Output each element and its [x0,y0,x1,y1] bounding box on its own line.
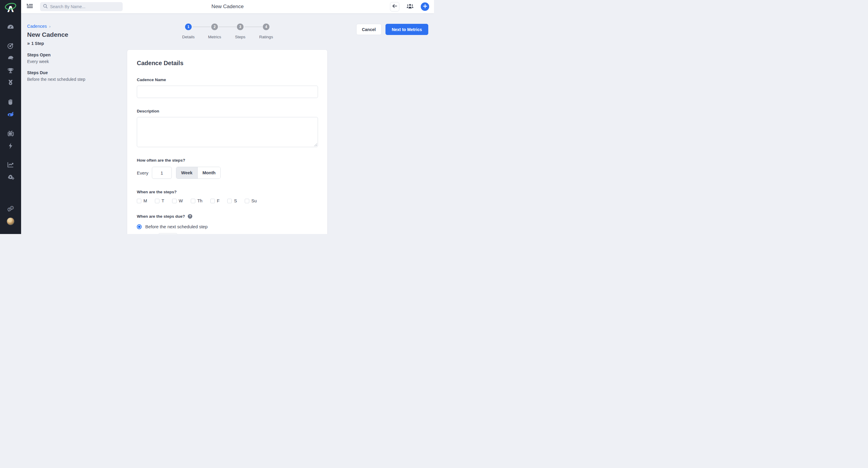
description-textarea[interactable] [137,117,318,147]
sidebar-item-team[interactable] [0,54,21,63]
thursday-label: Th [197,198,203,203]
steps-open-value: Every week [27,59,118,64]
search-field [40,2,123,11]
search-input[interactable] [50,4,120,9]
wednesday-label: W [179,198,183,203]
checkbox-saturday[interactable] [227,199,232,203]
steps-count: 1 Step [31,41,44,46]
week-toggle-button[interactable]: Week [176,167,197,178]
description-label: Description [137,109,318,113]
sunday-label: Su [251,198,257,203]
checkbox-friday[interactable] [210,199,215,203]
gears-icon [7,174,14,181]
sidebar-item-film[interactable] [0,129,21,138]
sidebar-item-engagement[interactable] [0,97,21,107]
breadcrumb: Cadences › [27,24,118,29]
radio-before-next-step-label: Before the next scheduled step [145,224,208,229]
user-avatar [7,217,14,225]
sidebar-item-cadences[interactable] [0,110,21,119]
medal-icon [7,79,14,86]
overview-title: New Cadence [27,31,118,38]
add-button[interactable] [421,2,429,11]
plus-icon [423,4,427,9]
back-arrow-icon [392,4,397,9]
people-button[interactable] [407,4,413,10]
sidebar-item-trophies[interactable] [0,66,21,75]
cadence-overview: Cadences › New Cadence » 1 Step Steps Op… [27,24,118,82]
tv-icon [7,130,14,137]
app-logo[interactable]: Λ [0,2,21,14]
step-4-label: Ratings [259,35,273,39]
weekday-checkbox-group: M T W Th F S Su [137,198,318,203]
checkbox-monday[interactable] [137,199,141,203]
step-2-label: Metrics [208,35,221,39]
sidebar-item-stats[interactable] [0,160,21,169]
trend-chart-icon [7,162,14,168]
steps-due-label: Steps Due [27,70,118,75]
top-header: New Cadence [21,0,434,13]
people-icon [407,4,413,10]
sidebar-item-help[interactable]: i? [0,204,21,213]
trophy-icon [7,67,14,74]
step-1-details[interactable]: 1 [185,24,192,30]
cadence-details-card: Cadence Details Cadence Name Description… [127,50,328,234]
cadence-name-input[interactable] [137,86,318,98]
checkbox-thursday[interactable] [191,199,195,203]
whistle-icon [7,111,14,117]
sidebar-item-dashboard[interactable] [0,22,21,31]
menu-expand-icon [27,4,33,10]
saturday-label: S [234,198,237,203]
form-title: Cadence Details [137,60,318,67]
sidebar-item-settings[interactable] [0,173,21,182]
raised-hand-icon [7,98,13,105]
lightning-icon [8,143,13,149]
sidebar-item-activity[interactable] [0,141,21,150]
friday-label: F [217,198,220,203]
help-bubbles-icon: i? [7,206,14,212]
steps-open-label: Steps Open [27,53,118,57]
sidebar: Λ [0,0,21,234]
step-3-steps[interactable]: 3 [237,24,244,30]
wizard-stepper: 1 2 3 4 Details Metrics Steps Ratings [185,24,270,42]
interval-unit-toggle: Week Month [176,167,221,179]
checkbox-wednesday[interactable] [172,199,177,203]
app-logo-icon: Λ [4,3,17,13]
target-icon [7,42,14,49]
cadence-name-label: Cadence Name [137,78,318,82]
breadcrumb-cadences-link[interactable]: Cadences [27,24,47,29]
checkbox-sunday[interactable] [245,199,249,203]
cancel-button[interactable]: Cancel [356,24,381,35]
every-label: Every [137,170,152,175]
days-label: When are the steps? [137,190,318,194]
breadcrumb-separator: › [49,24,50,29]
due-days-input[interactable] [158,233,178,234]
interval-input[interactable] [152,167,172,179]
dashboard-gauge-icon [7,24,14,30]
tuesday-label: T [161,198,164,203]
frequency-label: How often are the steps? [137,158,318,163]
svg-text:i: i [11,206,12,209]
svg-text:?: ? [8,208,10,211]
step-2-metrics[interactable]: 2 [211,24,218,30]
monday-label: M [144,198,147,203]
checkbox-tuesday[interactable] [155,199,159,203]
month-toggle-button[interactable]: Month [197,167,220,178]
next-to-metrics-button[interactable]: Next to Metrics [385,24,428,35]
step-3-label: Steps [235,35,246,39]
step-1-label: Details [182,35,194,39]
sidebar-item-profile[interactable] [0,217,21,226]
menu-toggle-button[interactable] [27,4,33,10]
radio-before-next-step[interactable] [137,224,142,229]
steps-due-value: Before the next scheduled step [27,77,118,82]
help-icon[interactable]: ? [188,214,192,218]
due-label: When are the steps due? [137,214,185,218]
sidebar-item-awards[interactable] [0,78,21,87]
sidebar-item-goals[interactable] [0,41,21,50]
football-helmet-icon [7,55,14,61]
search-icon [43,4,48,10]
double-chevron-icon: » [27,41,29,46]
step-4-ratings[interactable]: 4 [263,24,270,30]
back-button[interactable] [390,2,399,11]
